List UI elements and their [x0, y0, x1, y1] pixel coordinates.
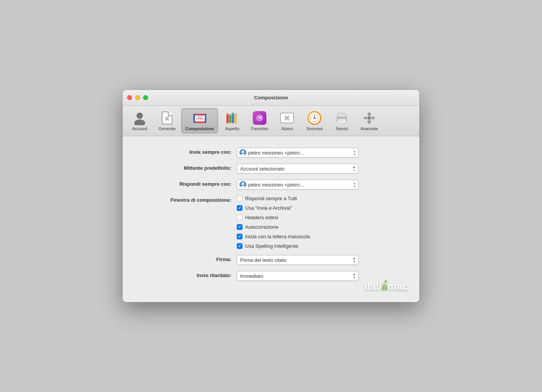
- firma-label: Firma:: [145, 255, 237, 262]
- servizi-icon: [335, 111, 349, 125]
- rispondi-row: Rispondi sempre con: pietro messineo <pi…: [123, 180, 419, 190]
- mittente-wrapper: Account selezionato: [237, 164, 359, 174]
- invio-wrapper: Immediato: [237, 271, 359, 281]
- toolbar: Account ⌘ Generale: [123, 106, 419, 136]
- svg-rect-5: [193, 114, 206, 115]
- invio-row: Invio ritardato: Immediato: [123, 271, 419, 281]
- invia-value: pietro messineo <pietro...: [248, 150, 347, 156]
- svg-marker-20: [234, 123, 237, 125]
- invia-row: Invia sempre con: pietro messineo <pietr…: [123, 148, 419, 158]
- window-title: Composizione: [254, 95, 288, 100]
- checkbox-rispondi-tutti[interactable]: [237, 196, 242, 201]
- account-icon: [132, 111, 147, 125]
- checkbox-label-3: Autocorrezione: [245, 224, 278, 230]
- minimize-button[interactable]: [135, 95, 140, 100]
- mittente-label: Mittente predefinito:: [145, 164, 237, 171]
- svg-point-50: [242, 183, 244, 185]
- tab-servizi[interactable]: Servizi: [328, 108, 355, 133]
- tab-aspetto-label: Aspetto: [225, 126, 239, 131]
- checkbox-label-0: Rispondi sempre a Tutti: [245, 196, 297, 201]
- invio-dropdown[interactable]: Immediato: [237, 271, 359, 281]
- preferences-window: Composizione Account: [123, 90, 419, 302]
- checkbox-row-4: Inizia con la lettera maiuscola: [237, 234, 397, 239]
- firma-dropdown[interactable]: Prima del testo citato: [237, 255, 359, 265]
- tab-avanzate[interactable]: Avanzate: [356, 108, 383, 133]
- svg-rect-41: [371, 117, 375, 119]
- maximize-button[interactable]: [143, 95, 148, 100]
- svg-marker-14: [226, 123, 229, 125]
- invia-label: Invia sempre con:: [145, 148, 237, 155]
- svg-point-2: [137, 113, 142, 118]
- svg-point-30: [314, 118, 315, 119]
- rispondi-avatar: [239, 181, 246, 188]
- firma-control: Prima del testo citato: [237, 255, 397, 265]
- svg-marker-16: [229, 123, 231, 125]
- rispondi-label: Rispondi sempre con:: [145, 180, 237, 187]
- rispondi-dropdown[interactable]: pietro messineo <pietro...: [237, 180, 359, 190]
- svg-rect-21: [226, 113, 229, 115]
- svg-rect-23: [232, 112, 234, 114]
- rispondi-value: pietro messineo <pietro...: [248, 182, 347, 188]
- svg-rect-6: [193, 121, 206, 123]
- invia-stepper: [353, 150, 356, 156]
- mittente-row: Mittente predefinito: Account selezionat…: [123, 164, 419, 174]
- checkbox-maiuscola[interactable]: [237, 234, 242, 239]
- avanzate-icon: [362, 111, 376, 125]
- tab-composizione[interactable]: AIR MAIL Composizione: [181, 108, 218, 134]
- checkbox-label-4: Inizia con la lettera maiuscola: [245, 234, 310, 239]
- tab-favorites[interactable]: ⌘ Favorites: [246, 108, 273, 133]
- invia-dropdown[interactable]: pietro messineo <pietro...: [237, 148, 359, 158]
- checkbox-label-5: Usa Spelling Intelligente: [245, 243, 298, 249]
- invia-avatar: [239, 149, 246, 156]
- firma-row: Firma: Prima del testo citato: [123, 255, 419, 265]
- svg-rect-40: [364, 117, 367, 119]
- tab-aspetto[interactable]: Aspetto: [219, 108, 245, 133]
- tab-azioni[interactable]: ⌘ Azioni: [274, 108, 300, 133]
- tab-favorites-label: Favorites: [251, 126, 268, 131]
- mittente-control: Account selezionato: [237, 164, 397, 174]
- svg-point-37: [367, 116, 371, 120]
- firma-wrapper: Prima del testo citato: [237, 255, 359, 265]
- kbd-symbol: ⌘: [280, 113, 294, 123]
- tab-generale-label: Generale: [158, 126, 175, 131]
- favorites-icon: ⌘: [252, 111, 267, 125]
- checkbox-headers[interactable]: [237, 215, 242, 220]
- checkbox-invia-archivia[interactable]: [237, 205, 242, 211]
- rispondi-control: pietro messineo <pietro...: [237, 180, 397, 190]
- titlebar: Composizione: [123, 90, 419, 106]
- checkbox-row-0: Rispondi sempre a Tutti: [237, 196, 397, 201]
- close-button[interactable]: [127, 95, 132, 100]
- svg-rect-32: [338, 113, 346, 117]
- invia-control: pietro messineo <pietro...: [237, 148, 397, 158]
- svg-rect-17: [232, 112, 234, 123]
- tab-generale[interactable]: ⌘ Generale: [154, 108, 180, 133]
- svg-rect-34: [339, 120, 344, 121]
- content-area: Invia sempre con: pietro messineo <pietr…: [123, 136, 419, 302]
- tab-account-label: Account: [132, 126, 147, 131]
- svg-rect-22: [229, 114, 231, 115]
- checkbox-row-2: Headers estesi: [237, 215, 397, 220]
- tab-composizione-label: Composizione: [185, 126, 214, 131]
- mittente-dropdown[interactable]: Account selezionato: [237, 164, 359, 174]
- svg-rect-35: [339, 121, 343, 122]
- composizione-icon: AIR MAIL: [193, 111, 207, 125]
- svg-point-47: [242, 151, 244, 153]
- tab-account[interactable]: Account: [126, 108, 153, 133]
- svg-rect-33: [338, 119, 346, 123]
- svg-text:⌘: ⌘: [258, 116, 262, 120]
- finestra-row: Finestra di composizione: Rispondi sempr…: [123, 196, 419, 249]
- tab-servizi-label: Servizi: [336, 126, 348, 131]
- aspetto-icon: [225, 111, 239, 125]
- tab-snoozes-label: Snoozes: [306, 126, 323, 131]
- tab-azioni-label: Azioni: [281, 126, 293, 131]
- window-controls: [127, 95, 148, 100]
- tab-snoozes[interactable]: Snoozes: [301, 108, 328, 133]
- checkbox-label-2: Headers estesi: [245, 215, 278, 220]
- checkbox-autocorrezione[interactable]: [237, 224, 242, 230]
- checkbox-row-1: Usa "Invia e Archivia": [237, 205, 397, 211]
- svg-rect-7: [193, 114, 195, 123]
- svg-point-36: [344, 116, 346, 118]
- svg-rect-24: [234, 113, 237, 115]
- tab-avanzate-label: Avanzate: [360, 126, 378, 131]
- checkbox-spelling[interactable]: [237, 243, 242, 249]
